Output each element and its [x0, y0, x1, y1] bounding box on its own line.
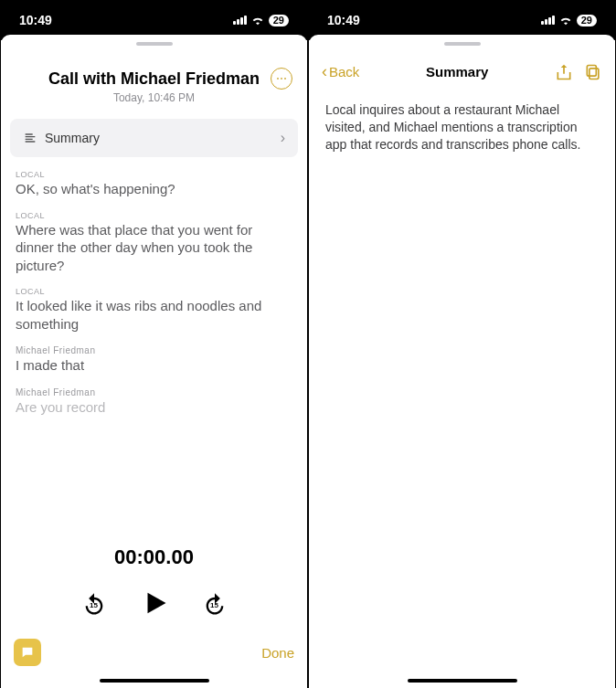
skip-back-seconds: 15 — [90, 601, 98, 609]
page-subtitle: Today, 10:46 PM — [1, 91, 307, 104]
summary-body: Local inquires about a restaurant Michae… — [309, 90, 615, 164]
transcript: LOCAL OK, so what's happening? LOCAL Whe… — [1, 170, 307, 520]
home-indicator[interactable] — [100, 679, 209, 683]
transcript-block: Michael Friedman Are you record — [16, 387, 292, 417]
transcript-speaker: LOCAL — [16, 211, 292, 220]
nav-bar: ‹ Back Summary — [309, 53, 615, 90]
copy-icon[interactable] — [584, 63, 602, 81]
chevron-left-icon: ‹ — [322, 62, 327, 81]
left-screen: 10:49 29 Call with Michael Friedman ⋯ To… — [1, 0, 307, 688]
summary-label: Summary — [45, 131, 100, 145]
transcript-speaker: Michael Friedman — [16, 345, 292, 355]
cellular-icon — [233, 16, 247, 25]
transcript-speaker: LOCAL — [16, 287, 292, 296]
transcript-text: Where was that place that you went for d… — [16, 221, 292, 275]
playback-time: 00:00.00 — [1, 545, 307, 569]
nav-title: Summary — [426, 64, 488, 79]
status-icons: 29 — [233, 15, 289, 26]
transcript-block: LOCAL It looked like it was ribs and noo… — [16, 287, 292, 333]
more-options-button[interactable]: ⋯ — [271, 68, 292, 90]
transcript-block: LOCAL OK, so what's happening? — [16, 170, 292, 198]
transcript-text: I made that — [16, 356, 292, 375]
page-title: Call with Michael Friedman — [37, 69, 271, 89]
sheet-grabber[interactable] — [136, 42, 173, 46]
wifi-icon — [558, 15, 573, 26]
wifi-icon — [250, 15, 265, 26]
skip-back-button[interactable]: 15 — [80, 591, 108, 619]
right-screen: 10:49 29 ‹ Back Summary Local inqu — [309, 0, 615, 688]
play-icon — [141, 589, 168, 617]
chevron-right-icon: › — [281, 130, 285, 146]
status-time: 10:49 — [19, 13, 52, 27]
play-button[interactable] — [141, 589, 168, 620]
summary-icon — [23, 131, 37, 145]
sheet-grabber[interactable] — [444, 42, 481, 46]
chat-button[interactable] — [14, 639, 41, 666]
transcript-speaker: LOCAL — [16, 170, 292, 179]
back-button[interactable]: ‹ Back — [322, 62, 359, 81]
status-icons: 29 — [541, 15, 597, 26]
skip-forward-button[interactable]: 15 — [201, 591, 228, 619]
sheet: ‹ Back Summary Local inquires about a re… — [309, 35, 615, 688]
transcript-speaker: Michael Friedman — [16, 387, 292, 397]
transcript-block: LOCAL Where was that place that you went… — [16, 211, 292, 275]
share-icon[interactable] — [555, 63, 573, 81]
done-button[interactable]: Done — [261, 645, 294, 661]
transcript-block: Michael Friedman I made that — [16, 345, 292, 375]
summary-row[interactable]: Summary › — [10, 119, 298, 157]
transcript-text: It looked like it was ribs and noodles a… — [16, 297, 292, 333]
transcript-text: OK, so what's happening? — [16, 180, 292, 198]
chat-bubble-icon — [20, 645, 35, 660]
player-controls: 15 15 — [1, 589, 307, 620]
battery-indicator: 29 — [269, 15, 289, 26]
svg-rect-1 — [587, 65, 596, 76]
transcript-text: Are you record — [16, 398, 292, 417]
status-time: 10:49 — [327, 13, 360, 27]
cellular-icon — [541, 16, 555, 25]
battery-indicator: 29 — [577, 15, 597, 26]
sheet: Call with Michael Friedman ⋯ Today, 10:4… — [1, 35, 307, 688]
skip-forward-seconds: 15 — [210, 601, 218, 609]
svg-rect-0 — [589, 68, 599, 79]
back-label: Back — [329, 64, 359, 79]
home-indicator[interactable] — [408, 679, 517, 683]
